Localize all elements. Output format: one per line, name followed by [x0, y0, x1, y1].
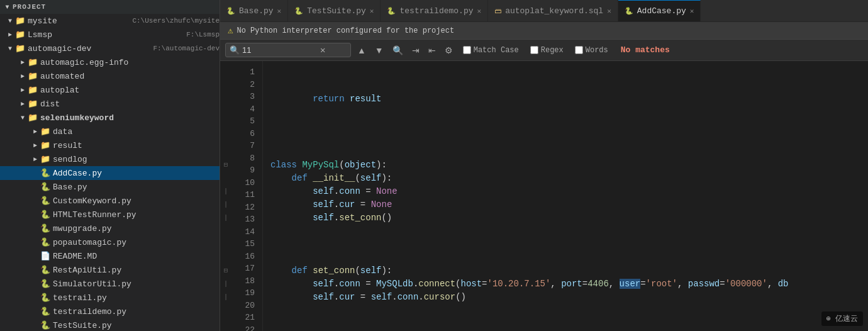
folder-icon-egg: 📁 [28, 57, 38, 67]
sidebar-project-header[interactable]: ▼ Project [0, 0, 220, 14]
folder-icon-dist: 📁 [28, 99, 38, 109]
sidebar-item-testrail[interactable]: 🐍 testrail.py [0, 291, 220, 305]
tab-close-testraildemo[interactable]: ✕ [477, 7, 482, 15]
fold-1 [220, 66, 231, 79]
match-case-checkbox[interactable] [463, 46, 471, 54]
sidebar-item-seleniumkeyword[interactable]: ▼ 📁 seleniumkeyword [0, 111, 220, 125]
tab-label-base: Base.py [239, 6, 274, 16]
sidebar-item-restapi[interactable]: 🐍 RestApiUtil.py [0, 263, 220, 277]
search-settings-button[interactable]: ⚙ [442, 44, 455, 57]
sidebar-item-dist[interactable]: ► 📁 dist [0, 97, 220, 111]
fold-7 [220, 145, 231, 159]
project-label: Project [13, 3, 46, 11]
warning-text: No Python interpreter configured for the… [236, 26, 454, 35]
tab-icon-testsuite: 🐍 [294, 7, 303, 15]
sidebar-item-htmltestrunner[interactable]: 🐍 HTMLTestRunner.py [0, 208, 220, 222]
folder-icon-sendlog: 📁 [40, 154, 50, 164]
sidebar-item-addcase[interactable]: 🐍 AddCase.py [0, 166, 220, 180]
search-extra-btn1[interactable]: ⇥ [409, 44, 422, 57]
file-icon-tr: 🐍 [40, 293, 50, 303]
sidebar-item-testsuite[interactable]: 🐍 TestSuite.py [0, 318, 220, 331]
tab-close-base[interactable]: ✕ [277, 7, 282, 15]
folder-icon-data: 📁 [40, 126, 50, 137]
code-content[interactable]: return result class MyPySql(object): def… [263, 61, 868, 331]
automated-label: automated [40, 72, 220, 81]
ck-label: CustomKeyword.py [53, 196, 220, 206]
file-icon-readme: 📄 [40, 251, 50, 261]
tab-base[interactable]: 🐍 Base.py ✕ [220, 0, 288, 22]
tab-addcase[interactable]: 🐍 AddCase.py ✕ [618, 0, 701, 22]
match-case-label: Match Case [474, 46, 519, 55]
code-area[interactable]: ⊟ | | | ⊟ | | ⊟ | | 12345 678910 1112131… [220, 61, 868, 331]
search-extra-btn2[interactable]: ⇤ [426, 44, 438, 57]
search-input[interactable] [242, 45, 318, 55]
tab-testsuite[interactable]: 🐍 TestSuite.py ✕ [288, 0, 381, 22]
sidebar-item-result[interactable]: ► 📁 result [0, 138, 220, 152]
fold-5 [220, 119, 231, 132]
tab-close-testsuite[interactable]: ✕ [370, 7, 374, 15]
match-case-option[interactable]: Match Case [459, 45, 523, 56]
search-find-button[interactable]: 🔍 [390, 44, 406, 57]
fold-3 [220, 93, 231, 106]
sidebar-item-simulator[interactable]: 🐍 SimulatorUtil.py [0, 277, 220, 291]
sidebar-item-autoplat[interactable]: ► 📁 autoplat [0, 83, 220, 97]
folder-icon-lsmsp: 📁 [15, 30, 25, 40]
tab-testraildemo[interactable]: 🐍 testraildemo.py ✕ [381, 0, 488, 22]
tab-label-sql: autoplat_keyword.sql [505, 6, 603, 16]
sidebar-item-egg-info[interactable]: ► 📁 automagic.egg-info [0, 55, 220, 69]
selenium-label: seleniumkeyword [40, 113, 220, 123]
mysite-path: C:\Users\zhufc\mysite [132, 17, 220, 25]
folder-icon-autoplat: 📁 [28, 85, 38, 95]
project-arrow: ▼ [3, 4, 13, 11]
dist-label: dist [40, 99, 220, 109]
tab-sql[interactable]: 🗃 autoplat_keyword.sql ✕ [488, 0, 618, 22]
fold-2 [220, 79, 231, 93]
fold-11: | [220, 198, 231, 211]
lsmsp-arrow: ► [5, 31, 15, 38]
editor-area: 🐍 Base.py ✕ 🐍 TestSuite.py ✕ 🐍 testraild… [220, 0, 868, 331]
sidebar-item-data[interactable]: ► 📁 data [0, 125, 220, 138]
no-matches-label: No matches [621, 45, 670, 55]
search-icon: 🔍 [230, 45, 240, 55]
data-label: data [53, 127, 220, 137]
tab-icon-testraildemo: 🐍 [387, 7, 396, 15]
words-checkbox[interactable] [575, 46, 583, 54]
result-label: result [53, 141, 220, 150]
fold-12: | [220, 211, 231, 225]
autoplat-arrow: ► [18, 87, 28, 94]
file-icon-ts: 🐍 [40, 320, 50, 330]
regex-checkbox[interactable] [530, 46, 538, 54]
dist-arrow: ► [18, 101, 28, 108]
search-prev-button[interactable]: ▲ [355, 44, 369, 57]
sidebar-item-mysite[interactable]: ▼ 📁 mysite C:\Users\zhufc\mysite [0, 14, 220, 28]
egg-label: automagic.egg-info [40, 58, 220, 67]
tab-close-addcase[interactable]: ✕ [690, 7, 694, 15]
sidebar-item-customkeyword[interactable]: 🐍 CustomKeyword.py [0, 194, 220, 208]
tab-close-sql[interactable]: ✕ [607, 7, 611, 15]
sidebar-item-readme[interactable]: 📄 README.MD [0, 249, 220, 263]
autoplat-label: autoplat [40, 86, 220, 95]
file-icon-sim: 🐍 [40, 279, 50, 289]
readme-label: README.MD [53, 252, 220, 261]
trd-label: testraildemo.py [53, 307, 220, 317]
sidebar-item-automagic-dev[interactable]: ▼ 📁 automagic-dev F:\automagic-dev [0, 42, 220, 55]
file-icon-pop: 🐍 [40, 237, 50, 247]
search-next-button[interactable]: ▼ [372, 44, 386, 57]
fold-9 [220, 172, 231, 185]
regex-option[interactable]: Regex [526, 45, 567, 56]
result-arrow: ► [30, 142, 40, 149]
sidebar-item-base[interactable]: 🐍 Base.py [0, 180, 220, 194]
sidebar-item-mwupgrade[interactable]: 🐍 mwupgrade.py [0, 222, 220, 235]
sidebar-item-testraildemo[interactable]: 🐍 testraildemo.py [0, 305, 220, 318]
sidebar-item-automated[interactable]: ► 📁 automated [0, 69, 220, 83]
sidebar-item-sendlog[interactable]: ► 📁 sendlog [0, 152, 220, 166]
sidebar-item-popautomagic[interactable]: 🐍 popautomagic.py [0, 235, 220, 249]
sidebar: ▼ Project ▼ 📁 mysite C:\Users\zhufc\mysi… [0, 0, 220, 331]
mw-label: mwupgrade.py [53, 224, 220, 233]
base-label: Base.py [53, 182, 220, 192]
fold-10: | [220, 185, 231, 198]
search-clear-icon[interactable]: ✕ [320, 45, 325, 55]
words-option[interactable]: Words [571, 45, 612, 56]
file-icon-addcase: 🐍 [40, 168, 50, 178]
sidebar-item-lsmsp[interactable]: ► 📁 Lsmsp F:\Lsmsp [0, 28, 220, 42]
